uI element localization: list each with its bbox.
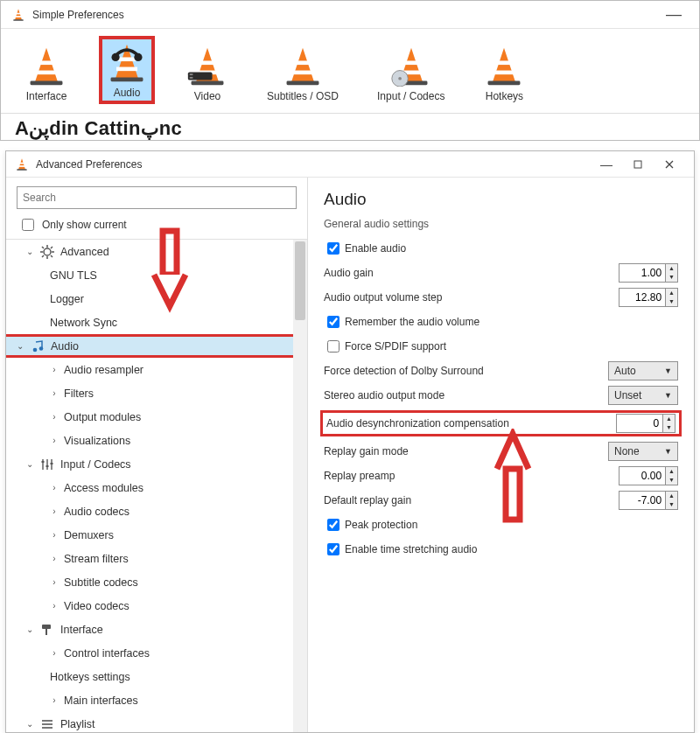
tree-item[interactable]: ›Demuxers (6, 523, 293, 547)
chevron-down-icon: ▼ (664, 447, 672, 456)
stereo-combo[interactable]: Unset▼ (608, 386, 678, 405)
svg-point-16 (44, 248, 51, 255)
minimize-button[interactable]: — (659, 5, 689, 24)
music-note-icon (30, 339, 46, 354)
gear-icon (39, 244, 55, 260)
default-gain-spinbox[interactable]: ▲▼ (619, 491, 678, 510)
tree-node-interface[interactable]: ⌄ Interface (6, 618, 293, 641)
chevron-down-icon: ⌄ (25, 719, 34, 729)
replay-preamp-spinbox[interactable]: ▲▼ (619, 466, 678, 485)
vlc-cone-icon (15, 157, 29, 171)
enable-audio-checkbox[interactable] (327, 242, 340, 255)
search-container (17, 186, 297, 209)
sliders-icon (39, 457, 55, 472)
peak-checkbox[interactable] (327, 519, 340, 531)
tree-item[interactable]: ›Audio resampler (6, 358, 293, 381)
tree-node-playlist[interactable]: ⌄ Playlist (6, 712, 293, 732)
tab-audio[interactable]: Audio (99, 36, 155, 104)
desync-input[interactable] (617, 417, 662, 429)
volume-step-input[interactable] (620, 291, 665, 304)
tree-item[interactable]: ›Control interfaces (6, 641, 293, 665)
tree-item[interactable]: Logger (6, 287, 293, 311)
tree-item[interactable]: Hotkeys settings (6, 665, 293, 688)
tab-subtitles[interactable]: Subtitles / OSD (260, 39, 346, 104)
tree-node-audio[interactable]: ⌄ Audio (6, 334, 293, 358)
svg-rect-10 (188, 72, 213, 80)
peak-label: Peak protection (345, 519, 417, 531)
tab-hotkeys[interactable]: Hotkeys (476, 39, 532, 104)
tree-label: Playlist (60, 718, 95, 730)
tree-item[interactable]: Network Sync (6, 311, 293, 334)
audio-gain-label: Audio gain (324, 267, 619, 279)
tree-item[interactable]: ›Stream filters (6, 547, 293, 570)
audio-gain-input[interactable] (620, 267, 665, 279)
tree-item[interactable]: ›Audio codecs (6, 499, 293, 523)
dolby-combo[interactable]: Auto▼ (608, 361, 678, 380)
advanced-titlebar: Advanced Preferences — (6, 151, 694, 178)
spdif-label: Force S/PDIF support (345, 340, 446, 353)
tree-node-advanced[interactable]: ⌄ Advanced (6, 240, 293, 263)
only-show-current-label: Only show current (42, 219, 127, 231)
minimize-button[interactable]: — (591, 155, 622, 174)
stereo-mode-label: Stereo audio output mode (324, 389, 608, 401)
tab-label: Input / Codecs (377, 90, 444, 102)
only-show-current-checkbox[interactable] (22, 219, 34, 231)
chevron-down-icon: ⌄ (25, 625, 34, 634)
default-gain-input[interactable] (620, 494, 665, 506)
tree-scrollbar[interactable] (293, 240, 307, 732)
tree-label: Advanced (60, 246, 109, 258)
tree-item[interactable]: GNU TLS (6, 263, 293, 287)
chevron-right-icon: › (50, 365, 59, 374)
svg-line-23 (51, 247, 52, 248)
svg-rect-32 (51, 463, 53, 464)
list-icon (39, 716, 55, 732)
tab-label: Audio (114, 87, 141, 99)
chevron-down-icon: ⌄ (25, 247, 34, 256)
annotation-arrow-up-icon (494, 429, 532, 525)
scrollbar-thumb[interactable] (295, 241, 305, 320)
cone-headphones-icon (106, 41, 148, 83)
replay-preamp-label: Replay preamp (324, 470, 619, 482)
tree-item[interactable]: ›Video codecs (6, 594, 293, 618)
tree-item[interactable]: ›Output modules (6, 405, 293, 429)
tree-item[interactable]: ›Main interfaces (6, 688, 293, 712)
row-spdif: Force S/PDIF support (324, 337, 678, 356)
search-input[interactable] (17, 186, 297, 209)
volume-step-spinbox[interactable]: ▲▼ (619, 288, 678, 307)
remember-volume-checkbox[interactable] (327, 316, 340, 328)
tab-video[interactable]: Video (179, 39, 235, 104)
truncated-section-heading: Aپنdin Cattinپnc (1, 114, 699, 140)
svg-line-21 (42, 247, 44, 248)
tree-item[interactable]: ›Filters (6, 381, 293, 405)
tab-interface[interactable]: Interface (18, 39, 74, 104)
row-stereo-mode: Stereo audio output mode Unset▼ (324, 386, 678, 405)
maximize-button[interactable] (622, 155, 654, 174)
svg-rect-30 (42, 461, 45, 463)
tree-label: Interface (60, 624, 103, 636)
row-volume-step: Audio output volume step ▲▼ (324, 288, 678, 307)
tree-item[interactable]: ›Subtitle codecs (6, 570, 293, 594)
tab-input-codecs[interactable]: Input / Codecs (370, 39, 452, 104)
settings-tree[interactable]: ⌄ Advanced GNU TLS Logger Network Sync ⌄ (6, 240, 293, 732)
row-enable-audio: Enable audio (324, 239, 678, 258)
tree-item[interactable]: ›Visualizations (6, 429, 293, 452)
simple-preferences-window: Simple Preferences — Interface Audio (0, 0, 700, 141)
tree-node-input-codecs[interactable]: ⌄ Input / Codecs (6, 452, 293, 476)
time-stretch-checkbox[interactable] (327, 543, 340, 555)
annotation-arrow-down-icon (150, 227, 189, 315)
svg-rect-31 (46, 465, 49, 467)
close-button[interactable] (654, 155, 685, 174)
simple-titlebar: Simple Preferences — (1, 1, 699, 29)
desync-spinbox[interactable]: ▲▼ (616, 414, 676, 433)
panel-heading: Audio (324, 190, 678, 209)
chevron-down-icon: ⌄ (16, 341, 24, 351)
svg-point-25 (33, 347, 38, 352)
cone-icon (25, 45, 67, 87)
spdif-checkbox[interactable] (327, 340, 340, 353)
replay-preamp-input[interactable] (620, 470, 665, 482)
svg-rect-11 (190, 73, 193, 75)
tab-label: Subtitles / OSD (267, 90, 339, 102)
replay-mode-combo[interactable]: None▼ (608, 442, 678, 461)
audio-gain-spinbox[interactable]: ▲▼ (619, 263, 678, 283)
tree-item[interactable]: ›Access modules (6, 476, 293, 499)
